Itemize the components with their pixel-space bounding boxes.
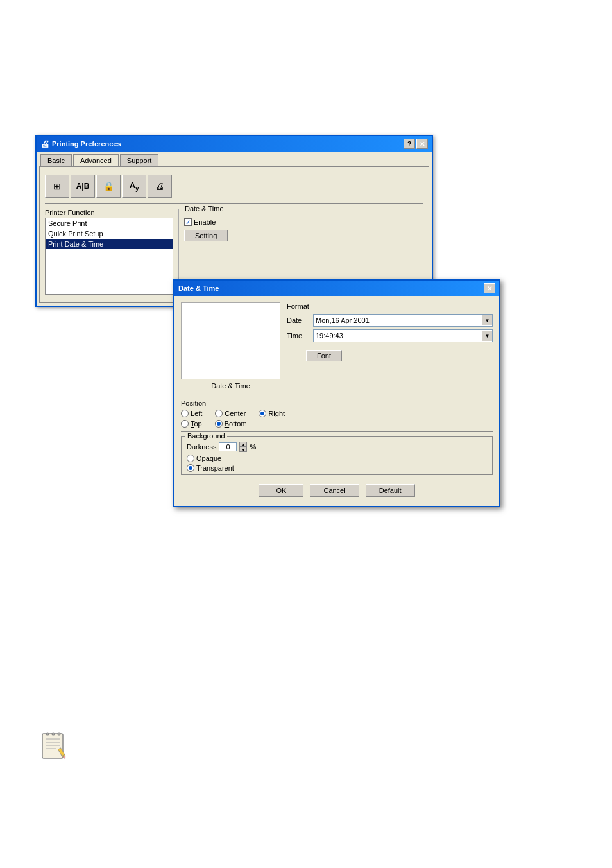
pf-item-quick-print[interactable]: Quick Print Setup [46, 229, 173, 239]
transparent-label: Transparent [196, 464, 234, 472]
position-top-label: Top [191, 420, 202, 428]
position-center-label: Center [225, 410, 246, 417]
preview-box [181, 302, 280, 379]
position-bottom-item[interactable]: Bottom [215, 420, 247, 428]
default-button[interactable]: Default [366, 484, 415, 497]
time-format-row: Time 19:49:43 ▼ [287, 329, 493, 342]
close-button[interactable]: ✕ [416, 139, 428, 149]
transparent-item[interactable]: Transparent [187, 464, 487, 472]
printer-function-panel: Printer Function Secure Print Quick Prin… [45, 209, 173, 295]
window-title: Printing Preferences [52, 140, 121, 148]
notebook-icon [37, 730, 69, 762]
dialog-title: Date & Time [178, 284, 219, 292]
ok-button[interactable]: OK [259, 484, 303, 497]
dialog-body: Date & Time Format Date Mon,16 Apr 2001 … [174, 296, 499, 506]
spinner-up[interactable]: ▲ [239, 442, 247, 447]
position-top-radio[interactable] [181, 420, 189, 428]
fontsize-icon: Ay [130, 180, 139, 192]
printing-prefs-titlebar: 🖨 Printing Preferences ? ✕ [37, 136, 432, 152]
enable-label: Enable [194, 218, 216, 226]
time-value: 19:49:43 [316, 332, 343, 340]
enable-checkbox-item[interactable]: ✓ Enable [184, 218, 216, 226]
position-right-item[interactable]: Right [259, 410, 285, 417]
toolbar-print-btn[interactable]: 🖨 [148, 175, 172, 198]
transparent-radio[interactable] [187, 464, 194, 472]
toolbar-grid-btn[interactable]: ⊞ [45, 175, 69, 198]
preview-area: Date & Time [181, 302, 280, 390]
datetime-dialog: Date & Time ✕ Date & Time Format Date Mo… [173, 279, 500, 507]
grid-icon: ⊞ [53, 181, 61, 191]
position-left-item[interactable]: Left [181, 410, 202, 417]
pf-item-secure-print[interactable]: Secure Print [46, 218, 173, 229]
position-label: Position [181, 399, 493, 407]
format-section: Format Date Mon,16 Apr 2001 ▼ Time 19:49… [287, 302, 493, 390]
position-center-radio[interactable] [215, 410, 223, 417]
toolbar: ⊞ A|B 🔒 Ay 🖨 [45, 172, 423, 200]
preview-label: Date & Time [181, 382, 280, 390]
background-group: Background Darkness ▲ ▼ % Opaque Transpa… [181, 436, 493, 475]
spinner-down[interactable]: ▼ [239, 447, 247, 452]
font-button[interactable]: Font [306, 350, 342, 361]
dialog-buttons: OK Cancel Default [181, 480, 493, 499]
position-top-item[interactable]: Top [181, 420, 202, 428]
ab-icon: A|B [76, 182, 90, 191]
dialog-close-button[interactable]: ✕ [484, 283, 495, 293]
date-dropdown-arrow[interactable]: ▼ [482, 315, 492, 326]
separator-2 [181, 431, 493, 432]
position-left-label: Left [191, 410, 202, 417]
position-row-vertical: Top Bottom [181, 420, 493, 428]
darkness-label: Darkness [187, 443, 216, 451]
position-bottom-radio[interactable] [215, 420, 223, 428]
position-right-label: Right [268, 410, 285, 417]
opaque-item[interactable]: Opaque [187, 455, 487, 462]
toolbar-fontsize-btn[interactable]: Ay [122, 175, 146, 198]
position-row-horizontal: Left Center Right [181, 410, 493, 417]
toolbar-ab-btn[interactable]: A|B [71, 175, 95, 198]
position-section: Position Left Center [181, 399, 493, 428]
time-dropdown[interactable]: 19:49:43 ▼ [313, 329, 493, 342]
font-btn-container: Font [287, 347, 493, 361]
opaque-radio[interactable] [187, 455, 194, 462]
dialog-top-section: Date & Time Format Date Mon,16 Apr 2001 … [181, 302, 493, 390]
background-legend: Background [185, 432, 227, 440]
darkness-unit: % [250, 443, 256, 451]
tabs-bar: Basic Advanced Support [37, 152, 432, 166]
printer-icon: 🖨 [40, 139, 49, 149]
toolbar-divider [45, 203, 423, 204]
date-dropdown[interactable]: Mon,16 Apr 2001 ▼ [313, 314, 493, 327]
enable-checkbox[interactable]: ✓ [184, 218, 192, 226]
date-label: Date [287, 317, 309, 324]
position-left-radio[interactable] [181, 410, 189, 417]
separator-1 [181, 395, 493, 395]
tab-basic[interactable]: Basic [40, 154, 72, 166]
position-right-radio[interactable] [259, 410, 266, 417]
tab-support[interactable]: Support [120, 154, 159, 166]
position-center-item[interactable]: Center [215, 410, 246, 417]
darkness-input[interactable] [219, 442, 237, 451]
lock-icon: 🔒 [103, 181, 114, 191]
date-value: Mon,16 Apr 2001 [316, 317, 370, 324]
darkness-row: Darkness ▲ ▼ % [187, 442, 487, 452]
enable-row: ✓ Enable [184, 218, 418, 226]
setting-button[interactable]: Setting [184, 230, 228, 241]
notebook-icon-area [37, 730, 69, 762]
darkness-spinner: ▲ ▼ [239, 442, 247, 452]
date-format-row: Date Mon,16 Apr 2001 ▼ [287, 314, 493, 327]
toolbar-lock-btn[interactable]: 🔒 [96, 175, 121, 198]
titlebar-left: 🖨 Printing Preferences [40, 139, 121, 149]
svg-rect-0 [42, 734, 63, 758]
printer-function-list: Secure Print Quick Print Setup Print Dat… [45, 218, 173, 295]
help-button[interactable]: ? [404, 139, 415, 149]
setting-btn-row: Setting [184, 230, 418, 241]
time-label: Time [287, 332, 309, 340]
pf-item-print-date-time[interactable]: Print Date & Time [46, 239, 173, 249]
format-label: Format [287, 302, 493, 310]
time-dropdown-arrow[interactable]: ▼ [482, 331, 492, 341]
titlebar-buttons: ? ✕ [404, 139, 428, 149]
position-bottom-label: Bottom [225, 420, 247, 428]
cancel-button[interactable]: Cancel [310, 484, 359, 497]
date-time-group-legend: Date & Time [183, 205, 226, 213]
printer-function-label: Printer Function [45, 209, 173, 216]
opaque-label: Opaque [196, 455, 221, 462]
tab-advanced[interactable]: Advanced [73, 154, 119, 166]
